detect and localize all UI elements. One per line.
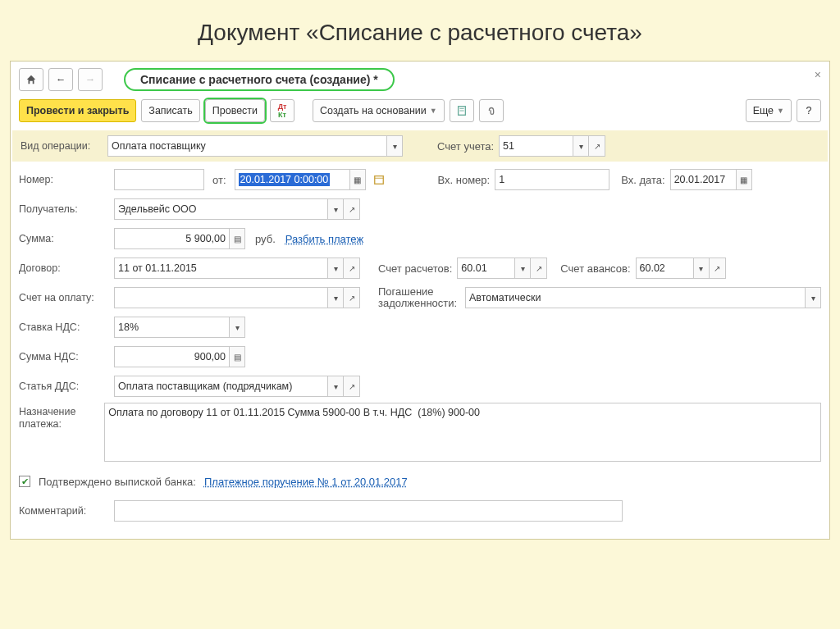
chevron-down-icon[interactable]: ▾	[805, 287, 821, 308]
date-input[interactable]: 20.01.2017 0:00:00	[239, 173, 331, 186]
bank-confirm-row: ✔ Подтверждено выпиской банка: Платежное…	[19, 468, 821, 495]
vat-sum-input[interactable]	[114, 346, 229, 367]
recipient-input[interactable]	[114, 198, 327, 220]
acct-adv-label: Счет авансов:	[560, 262, 630, 275]
contract-combo[interactable]: ▾ ↗	[114, 258, 360, 279]
operation-type-label: Вид операции:	[21, 140, 103, 152]
recipient-combo[interactable]: ▾ ↗	[114, 198, 360, 220]
chevron-down-icon[interactable]: ▾	[327, 198, 344, 220]
help-button[interactable]: ?	[797, 99, 821, 122]
bank-confirm-checkbox[interactable]: ✔	[19, 476, 30, 487]
comment-label: Комментарий:	[19, 505, 109, 517]
acct-calc-combo[interactable]: ▾ ↗	[457, 258, 547, 279]
in-number-input[interactable]	[495, 169, 609, 190]
open-icon[interactable]: ↗	[710, 258, 726, 279]
open-icon[interactable]: ↗	[589, 135, 605, 157]
chevron-down-icon[interactable]: ▾	[573, 135, 589, 157]
chevron-down-icon[interactable]: ▾	[693, 258, 710, 279]
vat-rate-combo[interactable]: ▾	[114, 317, 245, 338]
vat-sum-label: Сумма НДС:	[19, 351, 109, 362]
vat-rate-input[interactable]	[114, 317, 229, 338]
sum-label: Сумма:	[19, 233, 109, 244]
open-icon[interactable]: ↗	[344, 258, 360, 279]
attachment-button[interactable]	[479, 99, 504, 122]
operation-type-input[interactable]	[107, 135, 386, 157]
document-window: × ← → Списание с расчетного счета (созда…	[10, 61, 830, 540]
sum-row: Сумма: ▤ руб. Разбить платеж	[19, 226, 821, 252]
sum-input[interactable]	[114, 228, 229, 249]
bank-confirm-label: Подтверждено выпиской банка:	[39, 476, 196, 488]
bank-confirm-link[interactable]: Платежное поручение № 1 от 20.01.2017	[204, 476, 408, 488]
paperclip-icon	[486, 105, 497, 116]
toolbar: Провести и закрыть Записать Провести ДтК…	[11, 96, 829, 130]
calendar-icon[interactable]: ▦	[349, 169, 366, 190]
titlebar: ← → Списание с расчетного счета (создани…	[11, 62, 829, 96]
invoice-input[interactable]	[114, 287, 327, 308]
date-label: от:	[212, 174, 226, 186]
acct-adv-input[interactable]	[636, 258, 693, 279]
dds-input[interactable]	[114, 376, 327, 397]
chevron-down-icon[interactable]: ▾	[514, 258, 531, 279]
split-payment-link[interactable]: Разбить платеж	[285, 233, 363, 245]
close-icon[interactable]: ×	[815, 68, 821, 81]
account-combo[interactable]: ▾ ↗	[499, 135, 605, 157]
operation-type-combo[interactable]: ▾	[107, 135, 403, 157]
number-input[interactable]	[114, 169, 204, 190]
recipient-label: Получатель:	[19, 203, 109, 215]
save-button[interactable]: Записать	[141, 99, 199, 122]
contract-input[interactable]	[114, 258, 327, 279]
forward-button[interactable]: →	[78, 68, 103, 91]
operation-type-row: Вид операции: ▾ Счет учета: ▾ ↗	[12, 130, 828, 162]
acct-calc-input[interactable]	[457, 258, 514, 279]
create-based-button[interactable]: Создать на основании ▼	[313, 99, 445, 122]
vat-rate-row: Ставка НДС: ▾	[19, 314, 821, 340]
more-label: Еще	[753, 105, 774, 116]
contract-row: Договор: ▾ ↗ Счет расчетов: ▾ ↗ Счет ава…	[19, 255, 821, 281]
in-date-combo[interactable]: ▦	[670, 169, 752, 190]
debt-combo[interactable]: ▾	[465, 287, 821, 308]
dtkt-button[interactable]: ДтКт	[270, 99, 294, 122]
open-icon[interactable]: ↗	[344, 198, 360, 220]
post-button[interactable]: Провести	[205, 99, 265, 122]
purpose-label: Назначение платежа:	[19, 403, 99, 431]
open-icon[interactable]: ↗	[344, 287, 360, 308]
calculator-icon[interactable]: ▤	[229, 228, 245, 249]
number-label: Номер:	[19, 174, 109, 185]
in-date-input[interactable]	[670, 169, 736, 190]
comment-input[interactable]	[114, 500, 623, 522]
calendar-icon[interactable]: ▦	[736, 169, 752, 190]
chevron-down-icon[interactable]: ▾	[327, 287, 344, 308]
chevron-down-icon[interactable]: ▾	[229, 317, 245, 338]
vat-rate-label: Ставка НДС:	[19, 321, 109, 333]
more-button[interactable]: Еще ▼	[746, 99, 792, 122]
sum-combo[interactable]: ▤	[114, 228, 245, 249]
vat-sum-combo[interactable]: ▤	[114, 346, 245, 367]
invoice-row: Счет на оплату: ▾ ↗ Погашение задолженно…	[19, 285, 821, 311]
arrow-left-icon: ←	[56, 74, 66, 85]
chevron-down-icon[interactable]: ▾	[327, 258, 344, 279]
acct-calc-label: Счет расчетов:	[378, 262, 452, 275]
home-button[interactable]	[19, 68, 43, 91]
window-title: Списание с расчетного счета (создание) *	[124, 68, 395, 91]
dds-combo[interactable]: ▾ ↗	[114, 376, 360, 397]
account-input[interactable]	[499, 135, 573, 157]
date-combo[interactable]: 20.01.2017 0:00:00 ▦	[235, 169, 366, 190]
calculator-icon[interactable]: ▤	[229, 346, 245, 367]
open-icon[interactable]: ↗	[531, 258, 547, 279]
dds-label: Статья ДДС:	[19, 381, 109, 392]
account-label: Счет учета:	[437, 140, 494, 153]
purpose-textarea[interactable]	[104, 403, 821, 462]
chevron-down-icon: ▼	[777, 107, 784, 115]
invoice-combo[interactable]: ▾ ↗	[114, 287, 360, 308]
report-button[interactable]	[450, 99, 474, 122]
chevron-down-icon[interactable]: ▾	[327, 376, 344, 397]
open-icon[interactable]: ↗	[344, 376, 360, 397]
acct-adv-combo[interactable]: ▾ ↗	[636, 258, 726, 279]
home-icon	[25, 74, 37, 85]
calendar2-icon[interactable]	[371, 169, 387, 190]
post-and-close-button[interactable]: Провести и закрыть	[19, 99, 136, 122]
back-button[interactable]: ←	[48, 68, 73, 91]
chevron-down-icon[interactable]: ▾	[386, 135, 403, 157]
debt-input[interactable]	[465, 287, 805, 308]
number-row: Номер: от: 20.01.2017 0:00:00 ▦ Вх. номе…	[19, 166, 821, 193]
